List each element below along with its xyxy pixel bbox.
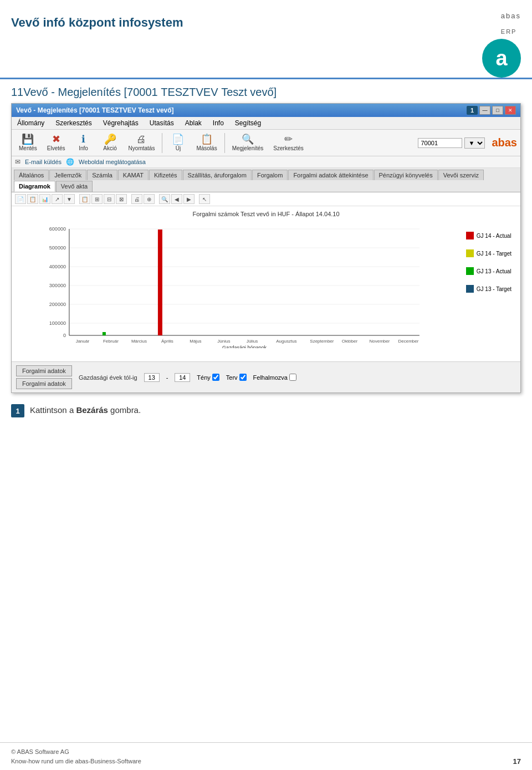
legend-color-gj13-target [466,285,474,293]
svg-text:200000: 200000 [49,302,66,307]
tab-kamat[interactable]: KAMAT [118,170,149,180]
chart-toolbar: 📄 📋 📊 ↗ ▼ 📋 ⊞ ⊟ ⊠ 🖨 ⊕ 🔍 ◀ ▶ ↖ [12,192,520,206]
svg-text:Április: Április [161,339,173,344]
instruction-post: gombra. [108,405,141,415]
bc-teny-label: Tény [197,374,210,381]
legend-gj13-target: GJ 13 - Target [466,285,511,293]
ct-btn-1[interactable]: 📄 [15,194,26,204]
svg-text:Szeptember: Szeptember [310,339,334,344]
search-dropdown[interactable]: ▼ [464,137,485,149]
ct-btn-bar[interactable]: 📊 [39,194,50,204]
legend-label-gj14-actual: GJ 14 - Actual [477,233,511,239]
menu-utasitas[interactable]: Utasítás [147,118,176,128]
tab-jellemzok[interactable]: Jellemzők [49,170,86,180]
tab-vevoi-szerviz[interactable]: Vevői szerviz [438,170,484,180]
bc-felhalmozva: Felhalmozva [253,374,296,381]
tab-kifizetes[interactable]: Kifizetés [149,170,182,180]
chart-title: Forgalmi számok Teszt vevő in HUF - Álla… [16,211,516,217]
legend-color-gj13-actual [466,267,474,275]
tab-forgalmi-adatok[interactable]: Forgalmi adatok áttekintése [288,170,373,180]
svg-text:Október: Október [342,339,358,344]
svg-rect-16 [158,230,162,335]
footer-line1: © ABAS Software AG [11,747,141,757]
ct-btn-arrow[interactable]: ↗ [52,194,63,204]
discard-button[interactable]: ✖ Elvetés [43,132,69,154]
edit-button[interactable]: ✏ Szerkesztés [269,132,307,154]
action-icon: 🔑 [104,134,116,144]
tab-vevo-akta[interactable]: Vevő akta [56,181,93,192]
legend-gj14-actual: GJ 14 - Actual [466,232,511,239]
bc-terv-label: Terv [226,374,238,381]
bc-to-input[interactable] [175,373,190,382]
bc-from-input[interactable] [144,373,160,382]
ct-btn-zoom1[interactable]: 🖨 [131,194,142,204]
bc-felhalmozva-check[interactable] [289,374,296,381]
menu-ablak[interactable]: Ablak [183,118,204,128]
menu-bar: Állomány Szerkesztés Végrehajtás Utasítá… [12,117,520,130]
new-button[interactable]: 📄 Új [166,132,190,154]
action-button[interactable]: 🔑 Akció [98,132,122,154]
info-button[interactable]: ℹ Info [71,132,96,154]
menu-info[interactable]: Info [211,118,226,128]
tab-penzugyi[interactable]: Pénzügyi könyvelés [374,170,438,180]
ct-btn-nav2[interactable]: ▶ [183,194,195,204]
window-badge: 1 [467,106,478,115]
forgalmi-adatok-btn-2[interactable]: Forgalmi adatok [16,378,72,389]
action-label: Akció [103,145,116,151]
search-input[interactable] [418,138,462,148]
instruction-bold: Bezárás [76,405,108,415]
legend-label-gj14-target: GJ 14 - Target [477,251,511,257]
email-label[interactable]: E-mail küldés [25,159,62,165]
footer-left: © ABAS Software AG Know-how rund um die … [11,747,141,766]
ct-btn-copy1[interactable]: 📋 [79,194,90,204]
bc-terv-check[interactable] [239,374,247,381]
forgalmi-adatok-btn-1[interactable]: Forgalmi adatok [16,365,72,376]
toolbar-search: ▼ abas [418,136,517,149]
new-label: Új [176,145,181,151]
top-header: Vevő infó központ infosystem abas ERP a [0,0,532,79]
toolbar: 💾 Mentés ✖ Elvetés ℹ Info 🔑 Akció 🖨 Nyom… [12,130,520,156]
save-button[interactable]: 💾 Mentés [15,132,41,154]
minimize-button[interactable]: — [479,106,490,115]
menu-szerkesztes[interactable]: Szerkesztés [53,118,94,128]
page-footer: © ABAS Software AG Know-how rund um die … [0,742,532,770]
ct-btn-2[interactable]: 📋 [27,194,38,204]
sub-header: 11Vevő - Megjelenítés [70001 TESZTVEV Te… [0,79,532,103]
header-left: Vevő infó központ infosystem [11,6,183,35]
print-button[interactable]: 🖨 Nyomtatás [125,132,159,154]
toolbar-separator [162,133,162,153]
ct-btn-find[interactable]: 🔍 [159,194,170,204]
ct-btn-down[interactable]: ▼ [64,194,75,204]
chart-inner: 600000 500000 400000 300000 200000 10000… [16,221,516,350]
tab-diagramok[interactable]: Diagramok [14,181,55,192]
copy-icon: 📋 [201,134,213,144]
ct-btn-nav1[interactable]: ◀ [171,194,182,204]
svg-text:400000: 400000 [49,264,66,269]
menu-allomany[interactable]: Állomány [15,118,47,128]
tab-szamla[interactable]: Számla [87,170,117,180]
ct-btn-grid3[interactable]: ⊠ [116,194,127,204]
tab-altalanos[interactable]: Általános [14,170,49,180]
legend-label-gj13-target: GJ 13 - Target [477,286,511,292]
svg-text:Május: Május [190,339,201,344]
maximize-button[interactable]: □ [492,106,503,115]
close-button[interactable]: ✕ [505,106,516,115]
svg-rect-15 [103,332,106,335]
svg-text:November: November [369,339,390,344]
menu-segitseg[interactable]: Segítség [233,118,263,128]
bc-teny-check[interactable] [212,374,219,381]
web-label[interactable]: Weboldal meglátogatása [79,159,146,165]
tab-szallitas[interactable]: Szállítás, áruforgalom [183,170,252,180]
step-badge: 1 [11,404,24,417]
menu-vegrehajtás[interactable]: Végrehajtás [101,118,141,128]
ct-btn-grid2[interactable]: ⊟ [104,194,115,204]
view-button[interactable]: 🔍 Megjelenítés [228,132,268,154]
tab-forgalom[interactable]: Forgalom [252,170,288,180]
ct-btn-zoom2[interactable]: ⊕ [144,194,155,204]
svg-text:Február: Február [103,339,119,344]
bar-chart-svg: 600000 500000 400000 300000 200000 10000… [16,221,457,348]
ct-btn-grid1[interactable]: ⊞ [91,194,103,204]
svg-text:Augusztus: Augusztus [276,339,296,344]
copy-button[interactable]: 📋 Másolás [192,132,221,154]
ct-btn-pointer[interactable]: ↖ [199,194,210,204]
